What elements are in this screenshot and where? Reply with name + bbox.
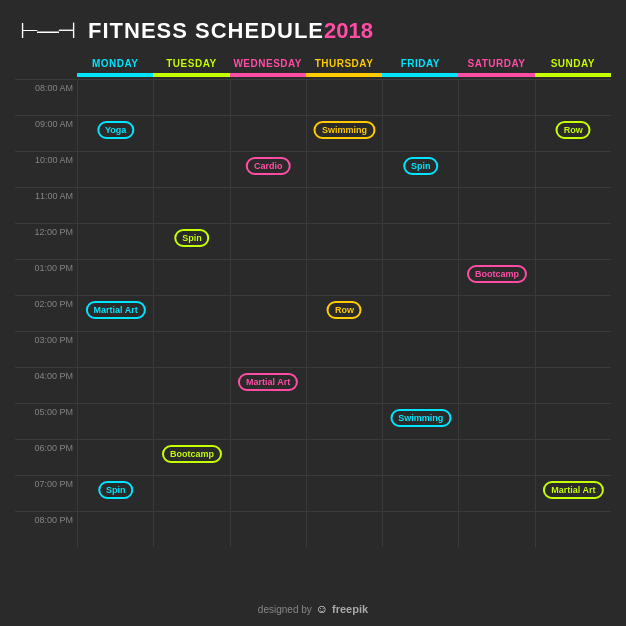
time-label-4: 12:00 PM: [15, 224, 77, 259]
cell-day6-time3: [458, 188, 534, 223]
time-row-10: 06:00 PMBootcamp: [15, 439, 611, 475]
time-row-8: 04:00 PMMartial Art: [15, 367, 611, 403]
cell-day7-time12: [535, 512, 611, 547]
cell-day3-time2: Cardio: [230, 152, 306, 187]
cell-day2-time8: [153, 368, 229, 403]
cell-day2-time11: [153, 476, 229, 511]
cell-day1-time2: [77, 152, 153, 187]
time-row-1: 09:00 AMYogaSwimmingRow: [15, 115, 611, 151]
cell-day4-time5: [306, 260, 382, 295]
time-grid: 08:00 AM09:00 AMYogaSwimmingRow10:00 AMC…: [15, 79, 611, 547]
time-label-5: 01:00 PM: [15, 260, 77, 295]
color-bar-segment-1: [77, 73, 153, 77]
time-header-empty: [15, 54, 77, 73]
footer: designed by ☺ freepik: [258, 594, 368, 626]
cell-day7-time7: [535, 332, 611, 367]
cell-day5-time3: [382, 188, 458, 223]
day-header-sunday: SUNDAY: [535, 54, 611, 73]
cell-day2-time5: [153, 260, 229, 295]
cell-day2-time1: [153, 116, 229, 151]
time-label-2: 10:00 AM: [15, 152, 77, 187]
color-bar-segment-6: [458, 73, 534, 77]
cell-day6-time4: [458, 224, 534, 259]
time-row-0: 08:00 AM: [15, 79, 611, 115]
cell-day7-time6: [535, 296, 611, 331]
cell-day1-time3: [77, 188, 153, 223]
cell-day5-time12: [382, 512, 458, 547]
color-bar-segment-5: [382, 73, 458, 77]
cell-day4-time4: [306, 224, 382, 259]
event-martial-art-day1[interactable]: Martial Art: [86, 301, 146, 319]
color-bar-segment-7: [535, 73, 611, 77]
cell-day3-time5: [230, 260, 306, 295]
cell-day2-time6: [153, 296, 229, 331]
time-label-3: 11:00 AM: [15, 188, 77, 223]
cell-day4-time7: [306, 332, 382, 367]
event-martial-art-day7[interactable]: Martial Art: [543, 481, 603, 499]
cell-day7-time10: [535, 440, 611, 475]
day-header-friday: FRIDAY: [382, 54, 458, 73]
event-row-day7[interactable]: Row: [556, 121, 591, 139]
time-label-7: 03:00 PM: [15, 332, 77, 367]
time-label-10: 06:00 PM: [15, 440, 77, 475]
time-row-6: 02:00 PMMartial ArtRow: [15, 295, 611, 331]
event-row-day4[interactable]: Row: [327, 301, 362, 319]
cell-day5-time0: [382, 80, 458, 115]
cell-day4-time3: [306, 188, 382, 223]
cell-day4-time9: [306, 404, 382, 439]
event-martial-art-day3[interactable]: Martial Art: [238, 373, 298, 391]
event-spin-day5[interactable]: Spin: [403, 157, 439, 175]
cell-day1-time9: [77, 404, 153, 439]
event-yoga-day1[interactable]: Yoga: [97, 121, 134, 139]
cell-day2-time10: Bootcamp: [153, 440, 229, 475]
cell-day2-time9: [153, 404, 229, 439]
footer-designed-by: designed by: [258, 604, 312, 615]
footer-brand: freepik: [332, 603, 368, 615]
cell-day1-time0: [77, 80, 153, 115]
cell-day1-time8: [77, 368, 153, 403]
cell-day3-time9: [230, 404, 306, 439]
cell-day6-time11: [458, 476, 534, 511]
time-label-0: 08:00 AM: [15, 80, 77, 115]
cell-day6-time0: [458, 80, 534, 115]
cell-day3-time11: [230, 476, 306, 511]
cell-day5-time5: [382, 260, 458, 295]
cell-day7-time5: [535, 260, 611, 295]
cell-day3-time12: [230, 512, 306, 547]
event-spin-day1[interactable]: Spin: [98, 481, 134, 499]
cell-day3-time0: [230, 80, 306, 115]
cell-day4-time10: [306, 440, 382, 475]
event-spin-day2[interactable]: Spin: [174, 229, 210, 247]
cell-day5-time2: Spin: [382, 152, 458, 187]
event-swimming-day5[interactable]: Swimming: [390, 409, 451, 427]
cell-day7-time9: [535, 404, 611, 439]
event-cardio-day3[interactable]: Cardio: [246, 157, 291, 175]
cell-day7-time11: Martial Art: [535, 476, 611, 511]
cell-day4-time12: [306, 512, 382, 547]
time-label-12: 08:00 PM: [15, 512, 77, 547]
schedule: MONDAYTUESDAYWEDNESDAYTHURSDAYFRIDAYSATU…: [15, 54, 611, 594]
event-bootcamp-day2[interactable]: Bootcamp: [162, 445, 222, 463]
cell-day5-time10: [382, 440, 458, 475]
event-bootcamp-day6[interactable]: Bootcamp: [467, 265, 527, 283]
cell-day3-time7: [230, 332, 306, 367]
cell-day7-time1: Row: [535, 116, 611, 151]
cell-day4-time6: Row: [306, 296, 382, 331]
cell-day1-time7: [77, 332, 153, 367]
cell-day1-time12: [77, 512, 153, 547]
event-swimming-day4[interactable]: Swimming: [314, 121, 375, 139]
cell-day5-time6: [382, 296, 458, 331]
cell-day6-time2: [458, 152, 534, 187]
time-label-1: 09:00 AM: [15, 116, 77, 151]
time-row-5: 01:00 PMBootcamp: [15, 259, 611, 295]
time-label-6: 02:00 PM: [15, 296, 77, 331]
cell-day1-time1: Yoga: [77, 116, 153, 151]
color-bar-segment-0: [15, 73, 77, 77]
time-row-3: 11:00 AM: [15, 187, 611, 223]
day-header-wednesday: WEDNESDAY: [230, 54, 306, 73]
cell-day5-time9: Swimming: [382, 404, 458, 439]
cell-day1-time6: Martial Art: [77, 296, 153, 331]
time-label-11: 07:00 PM: [15, 476, 77, 511]
cell-day3-time10: [230, 440, 306, 475]
cell-day1-time10: [77, 440, 153, 475]
